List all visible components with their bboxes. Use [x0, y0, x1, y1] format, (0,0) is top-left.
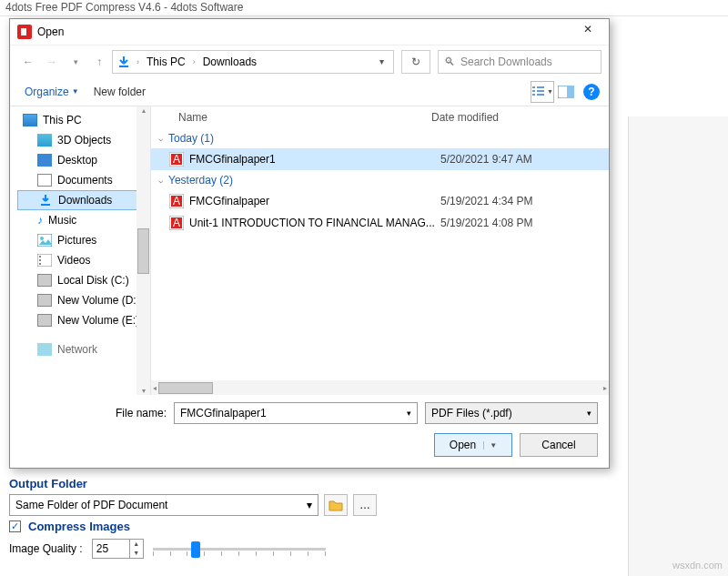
breadcrumb[interactable]: This PC [145, 56, 187, 68]
image-quality-input[interactable] [93, 540, 129, 558]
output-folder-select[interactable]: Same Folder of PDF Document ▾ [9, 494, 318, 516]
more-options-button[interactable]: … [353, 494, 377, 516]
file-date: 5/19/2021 4:34 PM [440, 195, 532, 207]
cancel-label: Cancel [541, 439, 575, 451]
tree-item-local-disk-c[interactable]: Local Disk (C:) [17, 270, 150, 290]
organize-button[interactable]: Organize ▼ [19, 82, 85, 102]
up-button[interactable]: ↑ [88, 51, 110, 73]
compress-images-checkbox[interactable]: ✓ [9, 520, 21, 532]
tree-item-pictures[interactable]: Pictures [17, 230, 150, 250]
arrow-right-icon: → [46, 56, 57, 68]
group-label: Yesterday (2) [168, 174, 233, 187]
group-yesterday[interactable]: ⌵ Yesterday (2) [151, 170, 609, 190]
tree-item-3d-objects[interactable]: 3D Objects [17, 130, 150, 150]
group-label: Today (1) [168, 132, 214, 145]
search-input[interactable]: 🔍︎ Search Downloads [438, 50, 602, 74]
list-scrollbar[interactable]: ◂ ▸ [151, 380, 609, 395]
scroll-right-icon[interactable]: ▸ [603, 384, 607, 392]
group-today[interactable]: ⌵ Today (1) [151, 128, 609, 148]
disk-icon [37, 274, 52, 287]
chevron-right-icon: › [191, 57, 197, 66]
dialog-title: Open [37, 25, 574, 38]
music-icon: ♪ [37, 214, 43, 227]
chevron-down-icon: ▼ [547, 88, 553, 95]
recent-dropdown[interactable]: ▾ [65, 51, 86, 73]
tree-item-downloads[interactable]: Downloads [17, 190, 150, 210]
scroll-left-icon[interactable]: ◂ [153, 384, 157, 392]
scroll-up-icon[interactable]: ▴ [142, 106, 146, 115]
column-date[interactable]: Date modified [431, 111, 609, 124]
arrow-left-icon: ← [23, 56, 34, 68]
chevron-down-icon[interactable]: ▾ [407, 409, 411, 418]
cancel-button[interactable]: Cancel [520, 433, 598, 457]
tree-label: Network [57, 343, 97, 356]
dialog-bottom: File name: FMCGfinalpaper1 ▾ PDF Files (… [10, 395, 609, 468]
download-arrow-icon [38, 194, 53, 207]
file-name-input[interactable]: FMCGfinalpaper1 ▾ [174, 402, 418, 424]
tree-label: 3D Objects [57, 134, 111, 147]
scroll-down-icon[interactable]: ▾ [142, 387, 146, 395]
new-folder-button[interactable]: New folder [85, 82, 155, 102]
address-dropdown[interactable]: ▾ [374, 56, 389, 66]
file-row[interactable]: A FMCGfinalpaper 5/19/2021 4:34 PM [151, 190, 609, 212]
tree-item-new-volume-d[interactable]: New Volume (D:) [17, 290, 150, 310]
tree-item-this-pc[interactable]: This PC [17, 110, 150, 130]
spinner-up-icon[interactable]: ▲ [130, 540, 143, 549]
documents-icon [37, 174, 52, 187]
file-name-label: File name: [21, 407, 167, 419]
navigation-bar: ← → ▾ ↑ › This PC › Downloads ▾ ↻ 🔍︎ Sea… [10, 45, 609, 77]
image-quality-label: Image Quality : [9, 542, 83, 555]
forward-button[interactable]: → [41, 51, 63, 73]
spinner-down-icon[interactable]: ▼ [130, 549, 143, 558]
chevron-down-icon: ▾ [307, 499, 312, 511]
tree-item-videos[interactable]: Videos [17, 250, 150, 270]
help-icon: ? [588, 86, 594, 98]
tree-item-desktop[interactable]: Desktop [17, 150, 150, 170]
svg-rect-2 [567, 86, 574, 98]
scrollbar-thumb[interactable] [158, 382, 213, 394]
file-row[interactable]: A Unit-1 INTRODUCTION TO FINANCIAL MANAG… [151, 212, 609, 234]
help-button[interactable]: ? [583, 84, 600, 100]
image-quality-slider[interactable] [153, 539, 326, 559]
tree-item-new-volume-e[interactable]: New Volume (E:) [17, 310, 150, 330]
tree-item-network[interactable]: Network [17, 339, 150, 359]
output-folder-value: Same Folder of PDF Document [15, 499, 167, 511]
image-quality-spinner[interactable]: ▲ ▼ [92, 539, 144, 559]
address-bar[interactable]: › This PC › Downloads ▾ [112, 50, 394, 74]
organize-label: Organize [25, 86, 69, 98]
tree-label: New Volume (D:) [57, 294, 140, 307]
tree-item-music[interactable]: ♪Music [17, 210, 150, 230]
output-folder-header: Output Folder [9, 477, 623, 490]
back-button[interactable]: ← [17, 51, 39, 73]
navigation-tree[interactable]: This PC 3D Objects Desktop Documents Dow… [10, 106, 151, 395]
right-sidebar [628, 116, 728, 576]
download-arrow-icon [116, 55, 131, 69]
column-name[interactable]: Name [158, 111, 431, 124]
monitor-icon [23, 114, 37, 126]
breadcrumb[interactable]: Downloads [201, 56, 258, 68]
close-button[interactable]: ✕ [574, 21, 602, 43]
refresh-button[interactable]: ↻ [401, 50, 430, 74]
app-icon [17, 25, 32, 39]
tree-label: Documents [57, 174, 113, 187]
file-date: 5/19/2021 4:08 PM [440, 217, 532, 229]
desktop-icon [37, 154, 52, 167]
file-row[interactable]: A FMCGfinalpaper1 5/20/2021 9:47 AM [151, 148, 609, 170]
dialog-title-bar[interactable]: Open ✕ [10, 19, 609, 45]
tree-label: New Volume (E:) [57, 314, 139, 327]
preview-pane-icon [558, 86, 574, 98]
open-button[interactable]: Open ▼ [434, 433, 512, 457]
file-name: Unit-1 INTRODUCTION TO FINANCIAL MANAG..… [189, 217, 440, 229]
preview-pane-button[interactable] [554, 81, 578, 103]
svg-rect-8 [39, 263, 41, 265]
file-type-select[interactable]: PDF Files (*.pdf) ▾ [425, 402, 598, 424]
search-placeholder: Search Downloads [460, 56, 552, 68]
view-options-button[interactable]: ▼ [531, 81, 554, 103]
scrollbar-thumb[interactable] [137, 228, 149, 274]
tree-item-documents[interactable]: Documents [17, 170, 150, 190]
open-dropdown[interactable]: ▼ [483, 441, 497, 450]
browse-folder-button[interactable] [324, 494, 348, 516]
pictures-icon [37, 234, 52, 247]
tree-scrollbar[interactable]: ▴ ▾ [136, 106, 150, 395]
tree-label: Downloads [58, 194, 112, 207]
